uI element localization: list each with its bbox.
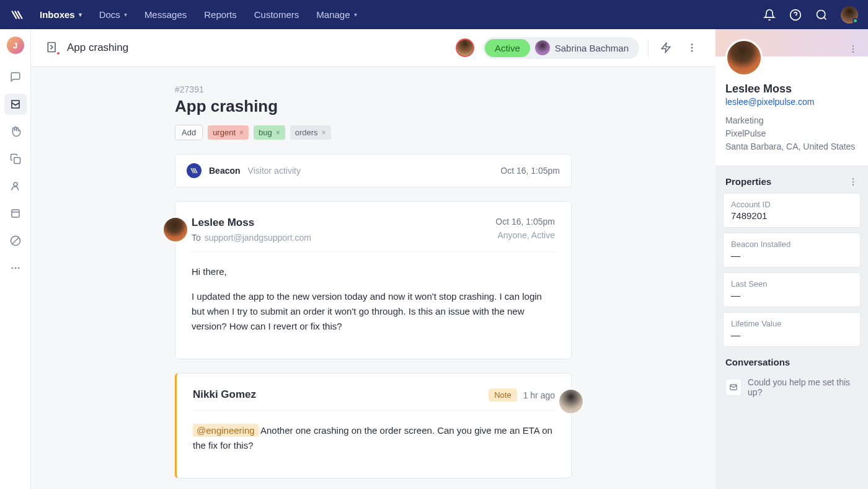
message-body: I updated the app to the new version tod… <box>192 289 555 334</box>
svg-point-21 <box>852 178 854 179</box>
nav-customers[interactable]: Customers <box>254 9 299 20</box>
svg-point-22 <box>852 181 854 182</box>
svg-line-3 <box>824 17 826 19</box>
status-active-badge[interactable]: Active <box>485 39 530 57</box>
mention-tag[interactable]: @engineering <box>193 424 259 437</box>
svg-rect-13 <box>48 43 55 52</box>
notifications-icon[interactable] <box>763 8 776 22</box>
conversation-header: App crashing Active Sabrina Bachman <box>31 29 715 67</box>
current-user-avatar[interactable] <box>841 6 858 24</box>
ticket-number: #27391 <box>175 84 572 94</box>
message-greeting: Hi there, <box>192 264 555 279</box>
bolt-icon[interactable] <box>657 39 675 56</box>
rail-archive-icon[interactable] <box>4 203 27 224</box>
status-assignee-pill: Active Sabrina Bachman <box>483 37 639 59</box>
top-nav: Inboxes▾Docs▾MessagesReportsCustomersMan… <box>0 0 868 29</box>
more-actions-icon[interactable] <box>683 39 701 56</box>
rail-person-icon[interactable] <box>4 176 27 197</box>
beacon-icon <box>187 163 202 178</box>
conversation-title: App crashing <box>67 42 128 54</box>
app-logo[interactable] <box>10 7 25 22</box>
conversation-item-label: Could you help me set this up? <box>748 377 858 397</box>
rail-inbox-icon[interactable] <box>4 94 27 115</box>
svg-rect-4 <box>14 158 20 164</box>
to-value: support@jandgsupport.com <box>205 233 311 243</box>
rail-copy-icon[interactable] <box>4 148 27 169</box>
remove-tag-icon[interactable]: × <box>322 128 326 137</box>
activity-time: Oct 16, 1:05pm <box>500 166 560 176</box>
add-tag-button[interactable]: Add <box>175 125 203 140</box>
nav-messages[interactable]: Messages <box>144 9 187 20</box>
sender-avatar[interactable] <box>162 217 188 243</box>
svg-point-2 <box>817 10 825 18</box>
property-label: Last Seen <box>731 279 852 289</box>
profile-company: PixelPulse <box>725 127 858 140</box>
chevron-down-icon: ▾ <box>354 11 357 18</box>
remove-tag-icon[interactable]: × <box>239 128 244 137</box>
tag-orders[interactable]: orders× <box>290 125 331 140</box>
conversations-section-header: Conversations <box>715 357 868 367</box>
rail-block-icon[interactable] <box>4 230 27 251</box>
svg-point-20 <box>852 52 854 53</box>
activity-subtitle: Visitor activity <box>248 166 301 176</box>
svg-point-19 <box>852 48 854 50</box>
tag-urgent[interactable]: urgent× <box>208 125 249 140</box>
mail-icon <box>725 379 742 396</box>
rail-chat-icon[interactable] <box>4 66 27 87</box>
nav-docs[interactable]: Docs▾ <box>99 9 127 20</box>
divider <box>648 39 649 56</box>
search-icon[interactable] <box>815 8 828 22</box>
presence-indicator <box>852 18 858 24</box>
property-label: Beacon Installed <box>731 240 852 249</box>
remove-tag-icon[interactable]: × <box>276 128 280 137</box>
nav-inboxes[interactable]: Inboxes▾ <box>40 9 82 20</box>
sender-name: Leslee Moss <box>192 217 311 229</box>
rail-hand-icon[interactable] <box>4 121 27 142</box>
assignee-name: Sabrina Bachman <box>555 43 629 53</box>
conversation-item[interactable]: Could you help me set this up? <box>723 372 861 402</box>
property-last-seen[interactable]: Last Seen— <box>723 272 861 307</box>
workspace-avatar[interactable]: J <box>7 37 24 54</box>
customer-avatar-small[interactable] <box>456 38 474 57</box>
svg-point-18 <box>852 45 854 47</box>
profile-department: Marketing <box>725 114 858 127</box>
activity-card[interactable]: Beacon Visitor activity Oct 16, 1:05pm <box>175 154 572 187</box>
property-beacon-installed[interactable]: Beacon Installed— <box>723 233 861 267</box>
help-icon[interactable] <box>789 8 802 22</box>
activity-label: Beacon <box>209 166 241 176</box>
property-account-id[interactable]: Account ID7489201 <box>723 193 861 228</box>
property-value: — <box>731 250 852 261</box>
svg-point-10 <box>11 267 13 269</box>
profile-email[interactable]: leslee@pixelpulse.com <box>725 97 858 107</box>
svg-point-11 <box>14 267 16 269</box>
property-value: 7489201 <box>731 210 852 221</box>
properties-more-icon[interactable] <box>848 177 858 187</box>
assignee-avatar <box>535 40 550 55</box>
tag-label: urgent <box>213 128 236 137</box>
tag-label: orders <box>295 128 318 137</box>
svg-line-9 <box>12 238 19 244</box>
note-author-avatar[interactable] <box>558 388 584 415</box>
profile-name: Leslee Moss <box>725 83 858 96</box>
note-author-name: Nikki Gomez <box>193 388 256 401</box>
unread-indicator <box>56 51 61 56</box>
profile-more-icon[interactable] <box>848 44 858 54</box>
ticket-header: #27391 App crashing Add urgent×bug×order… <box>175 84 572 140</box>
property-label: Account ID <box>731 200 852 209</box>
assignee-picker[interactable]: Sabrina Bachman <box>530 40 637 55</box>
svg-point-23 <box>852 184 854 185</box>
svg-point-15 <box>691 43 693 45</box>
chevron-down-icon: ▾ <box>124 11 127 18</box>
property-lifetime-value[interactable]: Lifetime Value— <box>723 312 861 347</box>
svg-point-17 <box>691 50 693 52</box>
ticket-title: App crashing <box>175 97 572 116</box>
profile-avatar[interactable] <box>725 39 763 76</box>
rail-more-icon[interactable] <box>4 258 27 279</box>
to-label: To <box>192 233 201 243</box>
nav-manage[interactable]: Manage▾ <box>316 9 356 20</box>
tag-bug[interactable]: bug× <box>254 125 285 140</box>
profile-location: Santa Barbara, CA, United States <box>725 140 858 153</box>
nav-reports[interactable]: Reports <box>204 9 237 20</box>
svg-rect-6 <box>12 210 19 217</box>
note-time: 1 hr ago <box>523 390 555 400</box>
